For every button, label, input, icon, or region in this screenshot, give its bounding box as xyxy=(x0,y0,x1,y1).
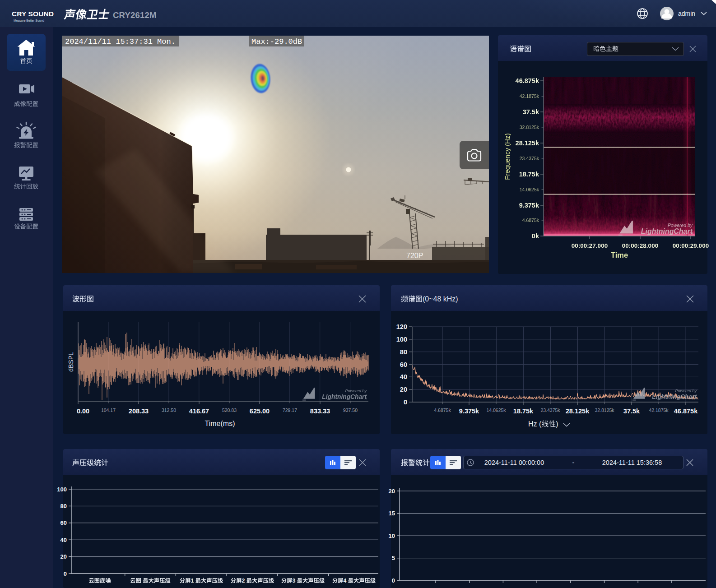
svg-text:42.1875k: 42.1875k xyxy=(520,93,539,99)
svg-text:5: 5 xyxy=(392,555,395,561)
svg-text:15: 15 xyxy=(389,510,395,517)
svg-text:32.8125k: 32.8125k xyxy=(520,125,539,130)
svg-text:46.875k: 46.875k xyxy=(516,77,539,84)
svg-text:00:00:27.000: 00:00:27.000 xyxy=(572,242,608,249)
svg-text:120: 120 xyxy=(396,323,407,330)
svg-text:0: 0 xyxy=(404,398,407,406)
svg-text:40: 40 xyxy=(400,373,407,380)
svg-text:Frequency (Hz): Frequency (Hz) xyxy=(503,133,511,180)
svg-text:(0~48 kHz): (0~48 kHz) xyxy=(423,295,458,303)
svg-text:80: 80 xyxy=(400,348,407,356)
svg-text:CRY SOUND: CRY SOUND xyxy=(12,10,54,18)
svg-text:0.00: 0.00 xyxy=(77,407,89,415)
svg-text:10: 10 xyxy=(389,532,395,539)
svg-text:2024-11-11 15:36:58: 2024-11-11 15:36:58 xyxy=(602,459,662,466)
svg-text:0: 0 xyxy=(64,570,67,577)
svg-text:18.75k: 18.75k xyxy=(519,171,539,178)
svg-text:2024-11-11 00:00:00: 2024-11-11 00:00:00 xyxy=(484,459,544,466)
svg-text:208.33: 208.33 xyxy=(129,407,149,415)
svg-text:9.375k: 9.375k xyxy=(519,202,539,209)
svg-text:720P: 720P xyxy=(406,252,423,259)
svg-text:80: 80 xyxy=(60,503,67,509)
svg-text:1: 1 xyxy=(191,578,194,584)
svg-text:46.875k: 46.875k xyxy=(674,407,698,415)
svg-text:Max:-29.0dB: Max:-29.0dB xyxy=(251,37,302,46)
svg-text:4: 4 xyxy=(343,578,346,584)
svg-text:JS: JS xyxy=(694,397,697,400)
svg-text:60: 60 xyxy=(60,519,67,526)
svg-text:23.4375k: 23.4375k xyxy=(540,407,560,413)
svg-text:LightningChart: LightningChart xyxy=(322,394,367,400)
svg-text:dBSPL: dBSPL xyxy=(67,352,74,372)
svg-text:LightningChart: LightningChart xyxy=(641,227,693,235)
svg-text:40: 40 xyxy=(60,537,67,543)
svg-text:3: 3 xyxy=(292,578,295,584)
svg-text:Powered by: Powered by xyxy=(675,389,697,393)
svg-text:37.5k: 37.5k xyxy=(623,407,640,415)
svg-text:937.50: 937.50 xyxy=(343,407,358,413)
svg-text:625.00: 625.00 xyxy=(250,407,270,415)
svg-text:37.5k: 37.5k xyxy=(523,108,539,116)
svg-text:00:00:28.000: 00:00:28.000 xyxy=(622,242,658,249)
svg-text:416.67: 416.67 xyxy=(189,407,209,415)
svg-text:Hz (: Hz ( xyxy=(528,420,542,428)
svg-text:32.8125k: 32.8125k xyxy=(595,407,614,413)
svg-text:LightningChart: LightningChart xyxy=(652,394,697,400)
svg-text:JS: JS xyxy=(690,232,693,235)
svg-text:60: 60 xyxy=(400,361,407,368)
svg-text:00:00:29.000: 00:00:29.000 xyxy=(673,242,709,249)
svg-text:20: 20 xyxy=(389,488,395,495)
svg-text:Powered by: Powered by xyxy=(345,389,367,393)
svg-text:20: 20 xyxy=(400,386,407,393)
svg-text:520.83: 520.83 xyxy=(222,407,237,413)
svg-text:833.33: 833.33 xyxy=(310,407,330,415)
svg-text:CRY2612M: CRY2612M xyxy=(113,10,157,20)
svg-text:Time: Time xyxy=(611,251,628,259)
svg-text:2024/11/11 15:37:31 Mon.: 2024/11/11 15:37:31 Mon. xyxy=(65,37,176,46)
svg-text:9.375k: 9.375k xyxy=(459,407,479,415)
svg-text:28.125k: 28.125k xyxy=(566,407,590,415)
svg-text:100: 100 xyxy=(396,336,407,343)
svg-text:42.1875k: 42.1875k xyxy=(649,407,669,413)
svg-text:-: - xyxy=(572,459,575,466)
svg-text:18.75k: 18.75k xyxy=(513,407,534,415)
svg-text:104.17: 104.17 xyxy=(101,407,116,413)
svg-text:14.0625k: 14.0625k xyxy=(486,407,506,413)
svg-text:4.6875k: 4.6875k xyxy=(434,407,451,413)
svg-text:Measure Better Sound: Measure Better Sound xyxy=(14,19,44,22)
svg-text:0: 0 xyxy=(392,577,395,584)
svg-text:729.17: 729.17 xyxy=(283,407,297,413)
svg-text:Time(ms): Time(ms) xyxy=(205,420,235,427)
svg-text:2: 2 xyxy=(242,578,245,584)
svg-text:): ) xyxy=(556,420,558,428)
svg-text:4.6875k: 4.6875k xyxy=(522,218,539,223)
svg-text:100: 100 xyxy=(57,486,67,493)
svg-text:admin: admin xyxy=(678,10,695,17)
svg-text:0k: 0k xyxy=(532,232,539,240)
svg-text:312.50: 312.50 xyxy=(162,407,176,413)
svg-text:JS: JS xyxy=(364,397,367,400)
svg-text:28.125k: 28.125k xyxy=(516,139,539,147)
svg-text:23.4375k: 23.4375k xyxy=(520,156,539,161)
svg-text:20: 20 xyxy=(60,553,67,560)
svg-text:14.0625k: 14.0625k xyxy=(520,187,539,192)
